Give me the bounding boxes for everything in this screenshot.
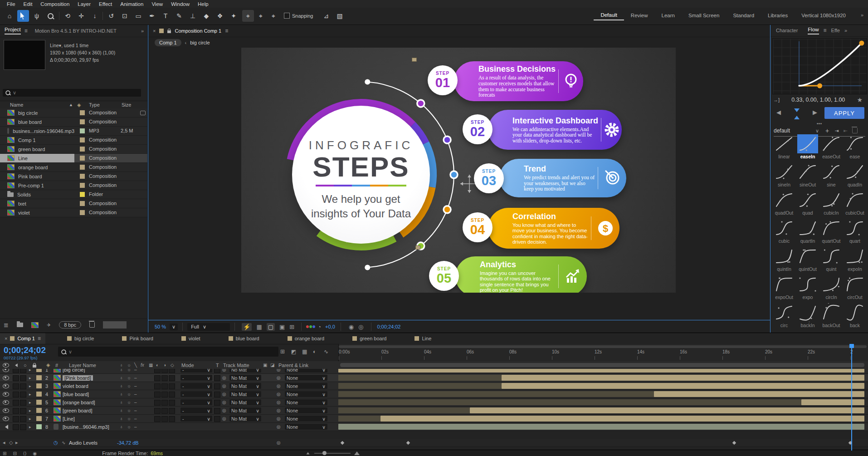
- parent-pickwhip-icon[interactable]: ◎: [277, 423, 281, 431]
- easing-preset-tile[interactable]: cubicOut: [844, 191, 866, 216]
- timeline-tab[interactable]: big circle: [67, 336, 94, 341]
- panel-overflow-icon[interactable]: »: [141, 28, 144, 34]
- list-item[interactable]: Pink board Composition: [0, 172, 147, 181]
- disclosure-icon[interactable]: ▸: [29, 398, 31, 406]
- property-graph-icon[interactable]: ∿: [62, 439, 65, 446]
- lock-column-icon[interactable]: [33, 365, 36, 368]
- switch-box[interactable]: [154, 416, 161, 422]
- easing-preset-tile[interactable]: quadOut: [773, 191, 795, 216]
- label-color-swatch[interactable]: [80, 156, 85, 161]
- tab-flow[interactable]: Flow: [808, 27, 819, 34]
- expand-transfer-icon[interactable]: ⊟: [13, 451, 16, 456]
- track-matte-pick-icon[interactable]: ◎: [222, 415, 226, 422]
- timeline-tab[interactable]: Line: [414, 336, 431, 341]
- keyframe-next-icon[interactable]: ▸: [15, 439, 18, 446]
- timeline-navigator-bar[interactable]: [340, 363, 864, 367]
- timeline-zoom-in-icon[interactable]: [354, 451, 360, 455]
- switch-box[interactable]: [169, 416, 175, 422]
- track-matte-dropdown[interactable]: No Mat∨: [229, 407, 261, 413]
- expand-switches-icon[interactable]: ⊞: [3, 451, 6, 456]
- preserve-transparency-toggle[interactable]: [214, 369, 220, 373]
- solo-toggle[interactable]: [13, 375, 19, 381]
- viewer-timecode[interactable]: 0;00;24;02: [377, 324, 400, 329]
- video-column-icon[interactable]: [3, 363, 9, 368]
- easing-preset-tile[interactable]: cubicIn: [820, 191, 842, 216]
- switch-box[interactable]: [161, 383, 168, 389]
- dolly-camera-tool-icon[interactable]: ↓: [89, 10, 101, 22]
- delete-preset-icon[interactable]: [852, 128, 858, 133]
- preset-group-dropdown[interactable]: default: [774, 127, 790, 134]
- layer-label-swatch[interactable]: [36, 383, 42, 388]
- shy-switch-icon[interactable]: ♁: [120, 374, 123, 382]
- exposure-icon[interactable]: ◔: [317, 324, 321, 330]
- easing-preset-tile[interactable]: easeIn: [797, 134, 819, 159]
- chevron-down-icon[interactable]: ∨: [815, 128, 819, 134]
- preserve-transparency-toggle[interactable]: [214, 416, 220, 422]
- new-composition-icon[interactable]: [31, 322, 39, 328]
- blend-mode-dropdown[interactable]: -∨: [180, 375, 212, 381]
- layer-label-swatch[interactable]: [36, 392, 42, 397]
- easing-preset-tile[interactable]: sineIn: [773, 162, 795, 187]
- workspace-overflow-icon[interactable]: »: [861, 12, 863, 18]
- menu-item[interactable]: Animation: [116, 1, 147, 7]
- label-color-swatch[interactable]: [80, 183, 85, 188]
- composition-mini-flowchart-icon[interactable]: ⊞: [280, 348, 285, 355]
- layer-row[interactable]: ▸ 5 [orange board] ♁ ☼ ‒ -∨ ◎ No Mat∨ ◎: [0, 398, 868, 407]
- switch-box[interactable]: [154, 392, 161, 397]
- label-color-swatch[interactable]: [80, 110, 85, 115]
- timeline-search-input[interactable]: ∨: [58, 347, 278, 357]
- solo-column-icon[interactable]: ○: [24, 361, 27, 369]
- switch-box[interactable]: [169, 375, 175, 381]
- camera-tool-icon[interactable]: ⊡: [119, 10, 131, 22]
- export-preset-icon[interactable]: ⇤: [844, 128, 848, 134]
- home-icon[interactable]: ⌂: [4, 10, 15, 22]
- label-color-swatch[interactable]: [80, 147, 85, 152]
- snapping-checkbox[interactable]: [284, 13, 290, 20]
- preserve-transparency-toggle[interactable]: [214, 375, 220, 381]
- magnification-dropdown-icon[interactable]: ∨: [170, 324, 178, 330]
- disclosure-icon[interactable]: ▸: [29, 374, 31, 382]
- delete-item-icon[interactable]: [89, 322, 95, 328]
- easing-preset-tile[interactable]: sineOut: [797, 162, 819, 187]
- timeline-tab-active[interactable]: × Comp 1 ≡: [0, 333, 45, 344]
- shy-switch-icon[interactable]: ♁: [120, 415, 123, 422]
- menu-item[interactable]: View: [147, 1, 167, 7]
- project-search-input[interactable]: ∨: [3, 89, 141, 97]
- quality-switch-icon[interactable]: ‒: [134, 374, 137, 382]
- track-matte-pick-icon[interactable]: ◎: [222, 382, 226, 390]
- easing-preset-tile[interactable]: backIn: [797, 303, 819, 328]
- layer-visibility-icon[interactable]: [3, 417, 9, 421]
- layer-handle-marker[interactable]: [412, 58, 417, 62]
- label-column-icon[interactable]: ◈: [46, 361, 50, 369]
- solo-toggle[interactable]: [13, 400, 19, 406]
- keyframe-prev-icon[interactable]: ◂: [3, 439, 5, 446]
- project-panel-menu-icon[interactable]: ≡: [24, 28, 28, 34]
- workspace-tab[interactable]: Review: [624, 11, 655, 20]
- timeline-zoom-out-icon[interactable]: [307, 452, 310, 455]
- workspace-tab[interactable]: Vertical 1080x1920: [795, 11, 853, 20]
- fx-column-icon[interactable]: fx: [141, 361, 144, 369]
- workspace-tab[interactable]: Libraries: [761, 11, 795, 20]
- switch-box[interactable]: [161, 392, 168, 397]
- eraser-tool-icon[interactable]: ◆: [200, 10, 212, 22]
- blend-mode-dropdown[interactable]: -∨: [180, 391, 212, 397]
- shy-switch-icon[interactable]: ♁: [120, 423, 123, 431]
- switch-box[interactable]: [154, 369, 161, 373]
- parent-link-dropdown[interactable]: None∨: [285, 416, 327, 422]
- easing-preset-tile[interactable]: circOut: [844, 275, 866, 300]
- audio-levels-label[interactable]: Audio Levels: [69, 439, 98, 446]
- switch-box[interactable]: [154, 383, 161, 389]
- project-settings-icon[interactable]: ≣: [4, 322, 9, 329]
- layer-bar[interactable]: [470, 407, 864, 413]
- timeline-tab[interactable]: green board: [352, 336, 386, 341]
- view-axis-mode-icon[interactable]: ⌖: [268, 10, 279, 22]
- list-item[interactable]: Pre-comp 1 Composition: [0, 181, 147, 190]
- easing-preset-tile[interactable]: expo: [797, 275, 819, 300]
- collapse-switch-icon[interactable]: ☼: [127, 423, 131, 431]
- blend-mode-dropdown[interactable]: -∨: [180, 383, 212, 389]
- breadcrumb-item[interactable]: big circle: [190, 40, 210, 45]
- switch-box[interactable]: [161, 369, 168, 373]
- list-item[interactable]: busines...rsion-196046.mp3 MP3 2,5 M: [0, 127, 147, 136]
- mask-visibility-icon[interactable]: ▣: [279, 324, 285, 330]
- close-icon[interactable]: ×: [5, 336, 7, 341]
